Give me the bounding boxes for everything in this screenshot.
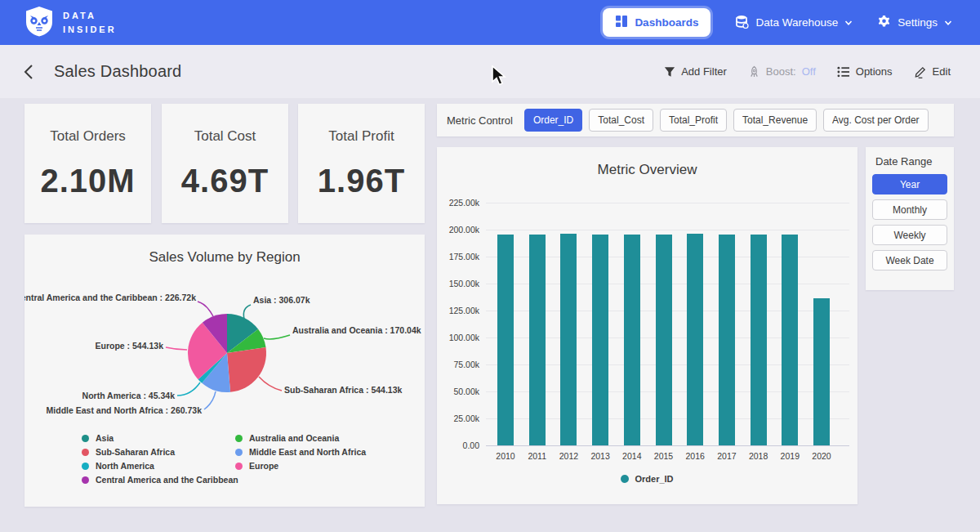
pie-legend-item-sub-saharan-africa: Sub-Saharan Africa	[82, 447, 235, 457]
back-chevron-icon	[23, 64, 34, 80]
legend-dot	[82, 463, 89, 470]
kpi-label: Total Orders	[50, 128, 126, 145]
options-list-icon	[837, 66, 850, 78]
rocket-icon	[748, 65, 760, 78]
legend-label: Sub-Saharan Africa	[96, 447, 175, 457]
date-range-label: Date Range	[875, 155, 947, 168]
legend-dot	[235, 449, 243, 456]
nav-right-group: Dashboards Data Warehouse	[603, 8, 952, 37]
pie-label-leader-line	[243, 305, 251, 319]
nav-data-warehouse-label: Data Warehouse	[755, 16, 838, 29]
x-axis-tick-label: 2020	[805, 451, 838, 461]
legend-label: Asia	[96, 433, 114, 443]
y-axis-tick-label: 0.00	[439, 440, 479, 450]
bar-2011	[529, 235, 546, 445]
legend-dot	[235, 463, 243, 470]
pie-slice-label: Australia and Oceania : 170.04k	[292, 325, 421, 335]
bar-2013	[592, 235, 608, 445]
nav-settings-label: Settings	[898, 16, 938, 29]
legend-dot	[235, 435, 243, 442]
legend-dot-order-id	[621, 475, 629, 483]
bar-2012	[560, 234, 577, 445]
y-axis-tick-label: 100.00k	[439, 333, 479, 342]
pie-label-leader-line	[177, 382, 200, 396]
pie-slice-sub-saharan-africa	[227, 347, 266, 392]
legend-label: Middle East and North Africa	[249, 447, 366, 457]
pie-chart-legend: AsiaSub-Saharan AfricaNorth AmericaCentr…	[24, 433, 425, 485]
x-axis-tick-label: 2015	[648, 451, 680, 461]
pie-slice-label: Central America and the Caribbean : 226.…	[24, 293, 196, 302]
metric-button-total-cost[interactable]: Total_Cost	[589, 109, 653, 132]
bar-chart-gridline	[486, 230, 849, 230]
nav-data-warehouse-menu[interactable]: Data Warehouse	[735, 15, 853, 31]
top-navbar: DATA INSIDER Dashboards	[0, 0, 980, 45]
add-filter-label: Add Filter	[681, 65, 727, 78]
page-title: Sales Dashboard	[54, 62, 181, 81]
pie-legend-item-middle-east-and-north-africa: Middle East and North Africa	[235, 447, 366, 457]
x-axis-tick-label: 2011	[521, 451, 554, 461]
bar-2016	[687, 234, 703, 445]
x-axis-tick-label: 2010	[489, 451, 522, 461]
x-axis-tick-label: 2016	[679, 451, 711, 461]
legend-dot	[82, 435, 89, 442]
y-axis-tick-label: 150.00k	[439, 279, 479, 288]
bar-2014	[624, 235, 640, 445]
boost-value: Off	[802, 65, 816, 78]
edit-button[interactable]: Edit	[914, 65, 951, 78]
pie-label-leader-line	[198, 302, 213, 316]
date-range-button-week-date[interactable]: Week Date	[872, 250, 947, 270]
pie-legend-item-asia: Asia	[82, 433, 235, 443]
bar-chart-legend: Order_ID	[437, 474, 858, 484]
brand-text: DATA INSIDER	[63, 9, 117, 36]
legend-label: Central America and the Caribbean	[96, 475, 238, 485]
pie-chart-card: Sales Volume by Region Asia : 306.07kAus…	[24, 235, 425, 507]
sales-dashboard-page: DATA INSIDER Dashboards	[0, 0, 980, 532]
legend-label-order-id: Order_ID	[635, 474, 673, 484]
pie-legend-column-1: AsiaSub-Saharan AfricaNorth AmericaCentr…	[82, 433, 235, 485]
back-button[interactable]	[23, 63, 41, 81]
filter-funnel-icon	[664, 66, 675, 78]
options-button[interactable]: Options	[837, 65, 893, 78]
nav-dashboards-button[interactable]: Dashboards	[603, 8, 710, 37]
bar-2017	[719, 235, 735, 445]
metric-button-total-profit[interactable]: Total_Profit	[660, 109, 727, 132]
bar-2018	[751, 235, 767, 445]
nav-dashboards-label: Dashboards	[635, 16, 698, 29]
pie-legend-item-central-america-and-the-caribbean: Central America and the Caribbean	[82, 475, 235, 485]
pie-slice-label: Asia : 306.07k	[253, 295, 310, 305]
y-axis-tick-label: 175.00k	[439, 252, 479, 262]
y-axis-tick-label: 200.00k	[439, 225, 479, 235]
bar-chart-plot: 0.0025.00k50.00k75.00k100.00k125.00k150.…	[437, 147, 858, 504]
date-range-button-year[interactable]: Year	[872, 174, 947, 194]
metric-control-label: Metric Control	[447, 114, 513, 127]
brand[interactable]: DATA INSIDER	[24, 6, 117, 40]
date-range-card: Date Range YearMonthlyWeeklyWeek Date	[866, 147, 954, 290]
owl-logo-icon	[24, 6, 54, 40]
y-axis-tick-label: 225.00k	[439, 198, 479, 208]
boost-toggle[interactable]: Boost: Off	[748, 65, 816, 78]
metric-control-bar: Metric Control Order_IDTotal_CostTotal_P…	[437, 104, 954, 136]
kpi-label: Total Cost	[194, 128, 256, 145]
kpi-value: 1.96T	[318, 163, 405, 199]
date-range-button-monthly[interactable]: Monthly	[872, 199, 947, 220]
pie-slice-label: Sub-Saharan Africa : 544.13k	[284, 385, 402, 395]
bar-2015	[656, 235, 672, 445]
pie-legend-item-north-america: North America	[82, 461, 235, 471]
pie-legend-item-europe: Europe	[235, 461, 366, 471]
edit-label: Edit	[933, 65, 951, 78]
date-range-buttons: YearMonthlyWeeklyWeek Date	[872, 174, 947, 270]
x-axis-tick-label: 2012	[552, 451, 585, 461]
date-range-button-weekly[interactable]: Weekly	[872, 225, 947, 245]
add-filter-button[interactable]: Add Filter	[664, 65, 727, 78]
metric-button-total-revenue[interactable]: Total_Revenue	[733, 109, 817, 132]
nav-settings-menu[interactable]: Settings	[877, 15, 952, 31]
metric-button-avg-cost-per-order[interactable]: Avg. Cost per Order	[823, 109, 929, 132]
kpi-card-total-cost: Total Cost 4.69T	[162, 104, 288, 223]
y-axis-tick-label: 25.00k	[439, 414, 479, 423]
metric-control-buttons: Order_IDTotal_CostTotal_ProfitTotal_Reve…	[524, 109, 929, 132]
bar-chart-gridline	[486, 445, 849, 446]
metric-button-order-id[interactable]: Order_ID	[524, 109, 582, 132]
x-axis-tick-label: 2019	[773, 451, 806, 461]
kpi-card-total-profit: Total Profit 1.96T	[298, 104, 425, 223]
dashboards-grid-icon	[615, 15, 628, 30]
